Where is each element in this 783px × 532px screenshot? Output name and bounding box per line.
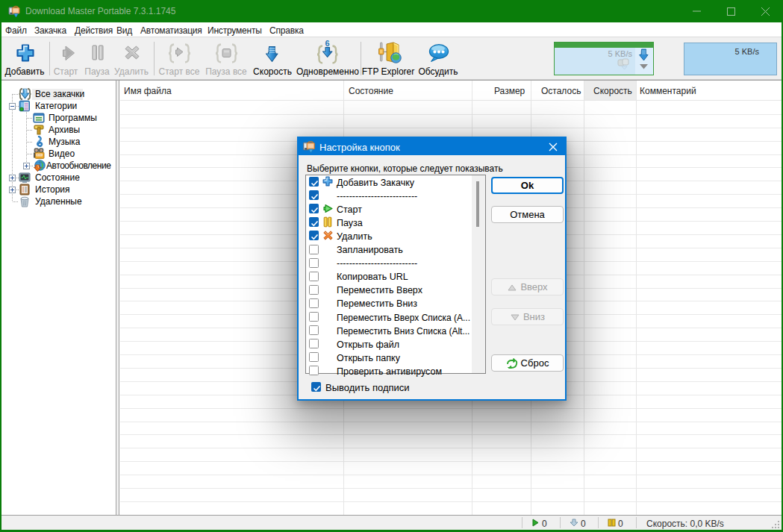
svg-text:6: 6 [325,39,329,48]
